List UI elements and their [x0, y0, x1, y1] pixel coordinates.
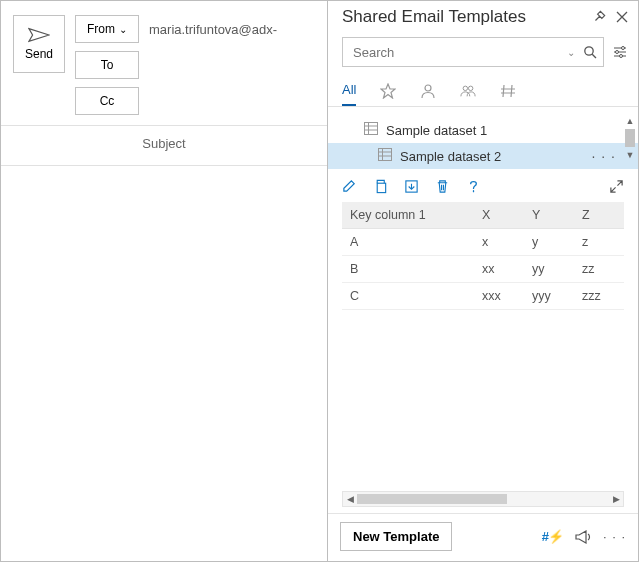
dataset-toolbar — [328, 169, 638, 202]
cc-value[interactable] — [149, 87, 315, 115]
close-icon[interactable] — [616, 10, 628, 24]
subject-label: Subject — [142, 136, 185, 151]
tab-team[interactable] — [460, 75, 476, 106]
tree-item-selected[interactable]: Sample dataset 2 · · · — [328, 143, 638, 169]
hash-bolt-icon[interactable]: #⚡ — [542, 529, 563, 544]
grid-cell: zzz — [574, 283, 624, 310]
filter-settings-icon[interactable] — [612, 44, 628, 60]
grid-cell: A — [342, 229, 474, 256]
svg-point-6 — [464, 86, 468, 90]
hash-icon — [500, 83, 516, 99]
scroll-right-icon[interactable]: ▶ — [609, 494, 623, 504]
svg-point-0 — [585, 47, 593, 55]
grid-cell: yy — [524, 256, 574, 283]
tab-favorites[interactable] — [380, 75, 396, 106]
footer-actions: #⚡ · · · — [542, 529, 626, 544]
tab-hash[interactable] — [500, 75, 516, 106]
tab-person[interactable] — [420, 75, 436, 106]
table-row[interactable]: B xx yy zz — [342, 256, 624, 283]
scroll-left-icon[interactable]: ◀ — [343, 494, 357, 504]
grid-cell: C — [342, 283, 474, 310]
megaphone-icon[interactable] — [575, 530, 591, 544]
scroll-up-icon[interactable]: ▲ — [626, 115, 635, 127]
grid-header[interactable]: Z — [574, 202, 624, 229]
search-icon[interactable] — [583, 45, 597, 59]
dataset-tree: Sample dataset 1 Sample dataset 2 · · · — [328, 107, 638, 169]
more-icon[interactable]: · · · — [603, 529, 626, 544]
grid-header[interactable]: X — [474, 202, 524, 229]
more-icon[interactable]: · · · — [592, 148, 616, 164]
tab-all-label: All — [342, 82, 356, 97]
from-label: From — [87, 22, 115, 36]
team-icon — [460, 83, 476, 99]
content-area: Sample dataset 1 Sample dataset 2 · · · … — [328, 107, 638, 513]
grid-spacer — [342, 310, 624, 487]
templates-panel: Shared Email Templates ⌄ — [327, 1, 638, 561]
help-icon[interactable] — [466, 179, 481, 194]
grid-cell: x — [474, 229, 524, 256]
field-values-column: maria.trifuntova@adx- — [149, 15, 315, 115]
subject-field[interactable]: Subject — [1, 126, 327, 166]
grid-header-row: Key column 1 X Y Z — [342, 202, 624, 229]
grid-cell: yyy — [524, 283, 574, 310]
tree-item-label: Sample dataset 2 — [400, 149, 501, 164]
app-window: Send From ⌄ To Cc maria.trifuntova@adx- — [0, 0, 639, 562]
delete-icon[interactable] — [435, 179, 450, 194]
chevron-down-icon: ⌄ — [119, 24, 127, 35]
svg-rect-8 — [365, 123, 378, 135]
scroll-thumb[interactable] — [357, 494, 507, 504]
svg-point-4 — [620, 55, 623, 58]
grid-cell: zz — [574, 256, 624, 283]
compose-header: Send From ⌄ To Cc maria.trifuntova@adx- — [1, 1, 327, 126]
star-icon — [380, 83, 396, 99]
data-grid: Key column 1 X Y Z A x y z — [342, 202, 624, 310]
import-icon[interactable] — [404, 179, 419, 194]
from-button[interactable]: From ⌄ — [75, 15, 139, 43]
vertical-scrollbar[interactable]: ▲ ▼ — [622, 115, 638, 175]
tabs: All — [328, 73, 638, 107]
grid-cell: B — [342, 256, 474, 283]
grid-cell: xx — [474, 256, 524, 283]
compose-body[interactable] — [1, 166, 327, 561]
svg-point-5 — [425, 85, 431, 91]
svg-rect-12 — [379, 149, 392, 161]
to-value[interactable] — [149, 51, 315, 79]
search-input[interactable] — [353, 45, 567, 60]
new-template-button[interactable]: New Template — [340, 522, 452, 551]
chevron-down-icon[interactable]: ⌄ — [567, 47, 575, 58]
dataset-icon — [378, 148, 392, 164]
svg-point-3 — [616, 51, 619, 54]
expand-icon[interactable] — [609, 179, 624, 194]
cc-label: Cc — [100, 94, 115, 108]
table-row[interactable]: C xxx yyy zzz — [342, 283, 624, 310]
svg-rect-16 — [377, 183, 385, 192]
from-value[interactable]: maria.trifuntova@adx- — [149, 15, 315, 43]
edit-icon[interactable] — [342, 179, 357, 194]
to-button[interactable]: To — [75, 51, 139, 79]
table-row[interactable]: A x y z — [342, 229, 624, 256]
send-button[interactable]: Send — [13, 15, 65, 73]
pin-icon[interactable] — [592, 10, 606, 24]
compose-panel: Send From ⌄ To Cc maria.trifuntova@adx- — [1, 1, 327, 561]
panel-header-actions — [592, 10, 628, 24]
search-box[interactable]: ⌄ — [342, 37, 604, 67]
grid-header[interactable]: Y — [524, 202, 574, 229]
scroll-down-icon[interactable]: ▼ — [626, 149, 635, 161]
send-label: Send — [25, 47, 53, 61]
grid-header[interactable]: Key column 1 — [342, 202, 474, 229]
panel-header: Shared Email Templates — [328, 1, 638, 31]
panel-title: Shared Email Templates — [342, 7, 526, 27]
person-icon — [420, 83, 436, 99]
scroll-track[interactable] — [357, 492, 609, 506]
scroll-thumb[interactable] — [625, 129, 635, 147]
cc-button[interactable]: Cc — [75, 87, 139, 115]
grid-wrap: Key column 1 X Y Z A x y z — [342, 202, 624, 487]
copy-icon[interactable] — [373, 179, 388, 194]
svg-point-2 — [622, 47, 625, 50]
svg-point-7 — [469, 86, 473, 90]
tab-all[interactable]: All — [342, 75, 356, 106]
tree-item[interactable]: Sample dataset 1 — [328, 117, 638, 143]
search-row: ⌄ — [328, 31, 638, 73]
svg-line-1 — [592, 54, 596, 58]
horizontal-scrollbar[interactable]: ◀ ▶ — [342, 491, 624, 507]
